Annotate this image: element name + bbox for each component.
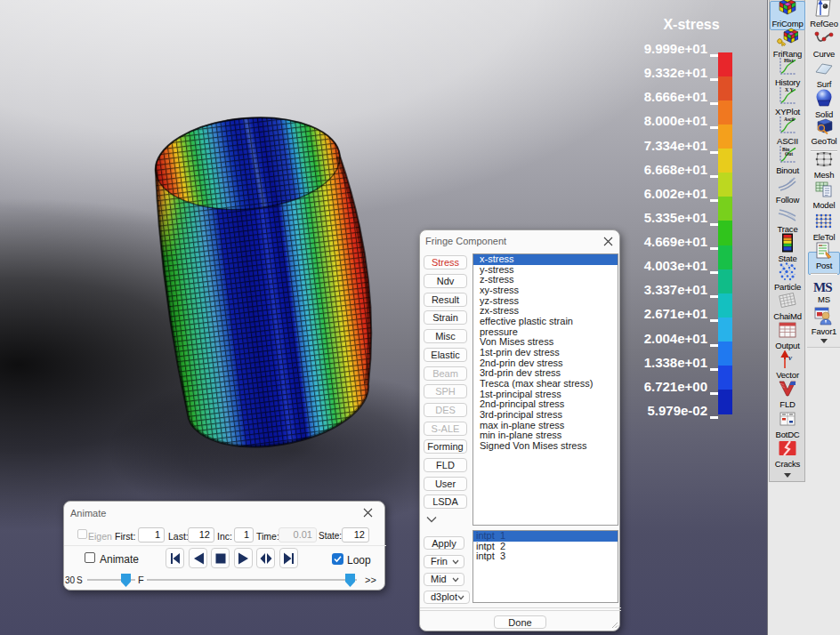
svg-text:Out: Out <box>785 151 793 157</box>
svg-text:Ascii: Ascii <box>784 117 795 122</box>
svg-text:MS: MS <box>813 280 832 294</box>
svg-text:X Y: X Y <box>785 87 795 92</box>
svg-text:Hist: Hist <box>784 58 794 63</box>
svg-text:v: v <box>788 353 793 362</box>
